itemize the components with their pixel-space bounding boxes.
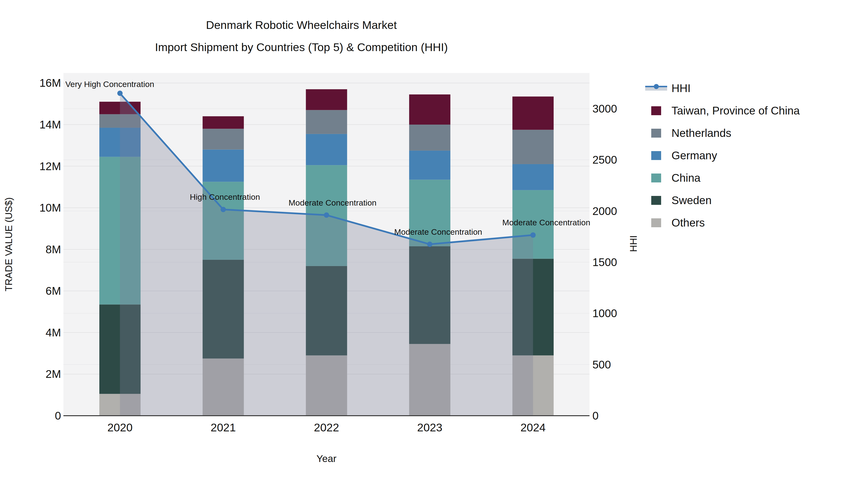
x-tick-label-2022: 2022 [314, 421, 339, 434]
y-left-axis-title: TRADE VALUE (US$) [3, 197, 14, 291]
y-left-tick-label: 10M [39, 201, 61, 214]
legend-item-germany: Germany [645, 148, 800, 163]
bar-segment-taiwan-province-of-china-2022 [306, 89, 347, 110]
legend-item-others: Others [645, 216, 800, 230]
hhi-marker-2020 [117, 91, 123, 96]
bar-segment-taiwan-province-of-china-2024 [513, 97, 554, 130]
annotation-2021: High Concentration [190, 192, 260, 201]
bar-segment-netherlands-2022 [306, 110, 347, 134]
hhi-line-swatch-icon [645, 86, 667, 91]
y-right-tick-label: 3000 [592, 102, 617, 115]
germany-swatch-icon [651, 151, 661, 160]
legend-item-sweden: Sweden [645, 193, 800, 207]
hhi-marker-2021 [221, 207, 226, 212]
legend-item-netherlands: Netherlands [645, 126, 800, 140]
chart-title: Denmark Robotic Wheelchairs Market Impor… [0, 14, 603, 58]
y-left-tick-label: 2M [45, 368, 61, 380]
taiwan-swatch-icon [651, 106, 661, 115]
x-tick-label-2023: 2023 [417, 421, 442, 434]
y-right-tick-label: 500 [592, 358, 611, 371]
y-left-tick-label: 12M [39, 160, 61, 172]
legend-item-taiwan: Taiwan, Province of China [645, 103, 800, 118]
x-axis-title: Year [317, 453, 337, 464]
y-right-tick-label: 1500 [592, 256, 617, 268]
y-left-tick-label: 0 [55, 410, 61, 422]
legend: HHI Taiwan, Province of China Netherland… [645, 81, 800, 238]
legend-label: Netherlands [672, 127, 731, 139]
y-left-tick-label: 16M [39, 77, 61, 89]
legend-item-china: China [645, 171, 800, 185]
annotation-2023: Moderate Concentration [394, 227, 482, 236]
annotation-2020: Very High Concentration [65, 79, 154, 89]
others-swatch-icon [651, 218, 661, 227]
sweden-swatch-icon [651, 196, 661, 205]
legend-label: HHI [672, 82, 690, 95]
bar-segment-germany-2022 [306, 134, 347, 165]
y-left-tick-label: 6M [45, 285, 61, 297]
bar-segment-netherlands-2021 [203, 129, 244, 150]
bar-segment-netherlands-2024 [513, 130, 554, 164]
y-right-tick-label: 1000 [592, 307, 617, 320]
y-right-tick-label: 2500 [592, 154, 617, 166]
chart-page: 02M4M6M8M10M12M14M16M0500100015002000250… [0, 0, 868, 488]
chart-title-line1: Denmark Robotic Wheelchairs Market [0, 14, 603, 36]
y-left-tick-label: 14M [39, 118, 61, 131]
legend-label: Others [672, 216, 705, 229]
x-tick-label-2021: 2021 [211, 421, 236, 434]
annotation-2024: Moderate Concentration [502, 218, 590, 227]
x-tick-label-2024: 2024 [520, 421, 546, 434]
bar-segment-germany-2023 [409, 151, 451, 180]
y-right-tick-label: 2000 [592, 205, 617, 217]
legend-item-hhi: HHI [645, 81, 800, 95]
chart-title-line2: Import Shipment by Countries (Top 5) & C… [0, 36, 603, 58]
legend-label: China [672, 171, 701, 184]
annotation-2022: Moderate Concentration [289, 198, 377, 207]
y-left-tick-label: 4M [45, 326, 61, 339]
y-left-tick-label: 8M [45, 243, 61, 256]
y-right-tick-label: 0 [592, 410, 599, 422]
bar-segment-taiwan-province-of-china-2021 [203, 116, 244, 129]
hhi-marker-icon [654, 84, 659, 89]
netherlands-swatch-icon [651, 129, 661, 138]
combo-chart-canvas: 02M4M6M8M10M12M14M16M0500100015002000250… [0, 0, 868, 488]
bar-segment-netherlands-2023 [409, 125, 451, 151]
china-swatch-icon [651, 173, 661, 183]
legend-label: Sweden [672, 194, 712, 207]
x-tick-label-2020: 2020 [107, 421, 133, 434]
legend-label: Germany [672, 149, 717, 162]
hhi-marker-2023 [427, 242, 432, 247]
bar-segment-germany-2021 [203, 150, 244, 182]
hhi-marker-2024 [530, 232, 536, 238]
hhi-marker-2022 [324, 213, 329, 218]
bar-segment-germany-2024 [513, 164, 554, 190]
legend-label: Taiwan, Province of China [672, 104, 800, 117]
y-right-axis-title: HHI [628, 235, 639, 252]
bar-segment-taiwan-province-of-china-2023 [409, 94, 451, 125]
